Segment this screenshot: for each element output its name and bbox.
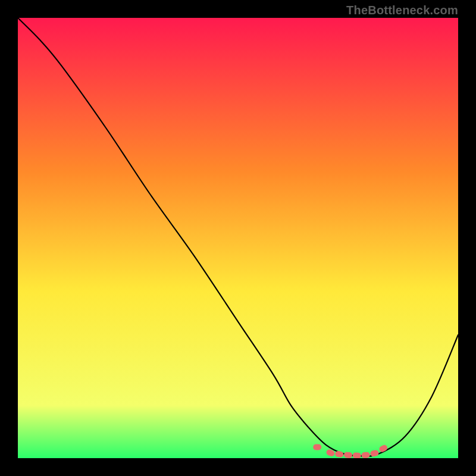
marker-dot (313, 444, 321, 450)
chart-overlay (18, 18, 458, 458)
chart-frame: TheBottleneck.com (0, 0, 476, 476)
optimal-range-markers (313, 444, 389, 458)
marker-dot (361, 452, 369, 458)
bottleneck-curve (18, 18, 458, 456)
marker-dot (335, 450, 344, 458)
marker-dot (353, 452, 361, 458)
watermark-text: TheBottleneck.com (346, 4, 458, 17)
marker-dot (344, 452, 353, 458)
marker-dot (378, 444, 389, 453)
plot-area (18, 18, 458, 458)
